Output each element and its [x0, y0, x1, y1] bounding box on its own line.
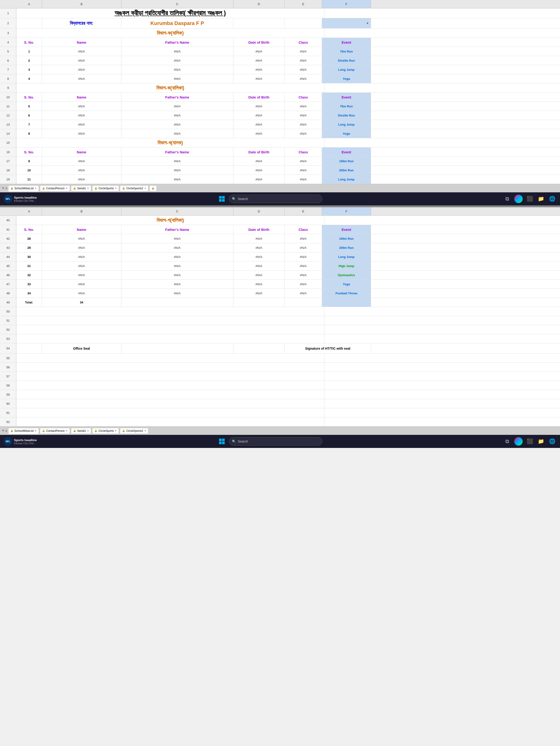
row-8: 8 4 #N/A #N/A #N/A #N/A Yoga [0, 74, 560, 83]
windows-start-button-top[interactable] [218, 195, 226, 203]
col-header-d: D [233, 0, 285, 8]
row-56: 56 [0, 363, 560, 372]
tab-dropdown-3[interactable]: ▼ [87, 187, 89, 190]
teams-icon-bottom[interactable]: ⬛ [526, 437, 534, 446]
tab-label-5: CircleSports2 [126, 187, 143, 190]
row-59: 59 [0, 390, 560, 399]
row2-e [285, 18, 322, 28]
lock-icon-4: 🔒 [94, 187, 97, 190]
search-text-top: Search [238, 197, 248, 201]
col-header-b2: B [42, 207, 121, 216]
taskbar-search-top[interactable]: 🔍 Search [229, 195, 322, 203]
taskview-icon-bottom[interactable]: ⧉ [503, 437, 511, 446]
sports-text-top: Sports headline Kansas City Chie... [14, 196, 37, 202]
tab-dropdown-b4[interactable]: ▼ [115, 429, 117, 432]
col-header-e2: E [285, 207, 322, 216]
tab-dropdown-4[interactable]: ▼ [115, 187, 117, 190]
edge-icon-bottom[interactable]: 🌐 [548, 437, 556, 446]
lock-icon-1: 🔒 [10, 187, 13, 190]
tab-contactperson-bottom[interactable]: 🔒 ContactPerson ▼ [40, 428, 70, 434]
column-header-row: A B C D E F [0, 0, 560, 8]
tab-serial1[interactable]: 🔒 Serial1 ▼ [71, 185, 91, 192]
col-header-f2: F [322, 207, 371, 216]
taskview-icon-top[interactable]: ⧉ [503, 195, 511, 203]
folder-icon-bottom[interactable]: 📁 [537, 437, 545, 446]
row-54: 54 Office Seal Signature of HT/TIC with … [0, 343, 560, 354]
tab-menu-button-bottom[interactable]: ≡ [5, 429, 7, 433]
row-48: 48 34 #N/A #N/A #N/A #N/A Football Throw [0, 289, 560, 298]
row-4: 4 S. No. Name Father's Name Date of Birt… [0, 38, 560, 47]
row-46: 46 32 #N/A #N/A #N/A #N/A Gymnastics [0, 270, 560, 280]
svg-rect-7 [222, 441, 225, 444]
col4-a: S. No. [16, 38, 42, 47]
tab-circlesports[interactable]: 🔒 CircleSports ▼ [92, 185, 119, 192]
lock-icon-b3: 🔒 [73, 429, 76, 432]
nfl-logo-top: NFL [4, 195, 12, 203]
tab-dropdown-b1[interactable]: ▼ [34, 429, 37, 432]
school-label: বিদ্যালয়ের নাম: [42, 18, 121, 28]
col4-b: Name [42, 38, 121, 47]
row-17: 17 9 #N/A #N/A #N/A #N/A 100m Run [0, 156, 560, 166]
tab-dropdown-b2[interactable]: ▼ [65, 429, 68, 432]
row-2: 2 বিদ্যালয়ের নাম: Kurumba Daspara F P ▼ [0, 18, 560, 28]
row-42: 42 28 #N/A #N/A #N/A #N/A 100m Run [0, 234, 560, 243]
row-13: 13 7 #N/A #N/A #N/A #N/A Long Jump [0, 120, 560, 129]
tab-lock-extra[interactable]: 🔒 [149, 185, 157, 192]
taskbar-search-bottom[interactable]: 🔍 Search [229, 437, 322, 446]
col-header-c: C [121, 0, 233, 8]
row-52: 52 [0, 325, 560, 334]
total-value: 34 [42, 298, 121, 307]
row-55: 55 [0, 354, 560, 363]
row-6: 6 2 #N/A #N/A #N/A #N/A Shuttle Run [0, 56, 560, 65]
row-10: 10 S. No. Name Father's Name Date of Bir… [0, 93, 560, 102]
section2-header: বিভাগ-ক(বালিকা) [16, 83, 324, 92]
col-header-c2: C [121, 207, 233, 216]
row2-f[interactable]: ▼ [322, 18, 371, 28]
teams-icon-top[interactable]: ⬛ [526, 195, 534, 203]
tab-label-b3: Serial1 [77, 429, 86, 432]
row-60: 60 [0, 399, 560, 408]
tab-circlesports-bottom[interactable]: 🔒 CircleSports ▼ [92, 428, 119, 434]
tab-dropdown-b5[interactable]: ▼ [144, 429, 146, 432]
lock-icon-b4: 🔒 [94, 429, 97, 432]
folder-icon-top[interactable]: 📁 [537, 195, 545, 203]
tab-label-b1: SchoolWiseList [14, 429, 34, 432]
row2-d [233, 18, 285, 28]
tab-dropdown-5[interactable]: ▼ [144, 187, 146, 190]
row-45: 45 31 #N/A #N/A #N/A #N/A High Jump [0, 261, 560, 270]
tab-dropdown-2[interactable]: ▼ [65, 187, 68, 190]
tab-label-1: SchoolWiseList [14, 187, 34, 190]
col4-d: Date of Birth [233, 38, 285, 47]
row-12: 12 6 #N/A #N/A #N/A #N/A Shuttle Run [0, 111, 560, 120]
col-header-a: A [16, 0, 42, 8]
tab-serial1-bottom[interactable]: 🔒 Serial1 ▼ [71, 428, 91, 434]
lock-icon-2: 🔒 [42, 187, 45, 190]
windows-start-button-bottom[interactable] [218, 437, 226, 446]
row-num-1: 1 [0, 8, 16, 18]
tab-dropdown-1[interactable]: ▼ [34, 187, 37, 190]
add-tab-button[interactable]: + [2, 186, 4, 191]
color-circle-bottom[interactable] [514, 437, 523, 446]
edge-icon-top[interactable]: 🌐 [548, 195, 556, 203]
tab-circlesports2[interactable]: 🔒 CircleSports2 ▼ [120, 185, 148, 192]
lock-icon-b1: 🔒 [10, 429, 13, 432]
tab-schoolwiselist[interactable]: 🔒 SchoolWiseList ▼ [8, 185, 39, 192]
row-18: 18 10 #N/A #N/A #N/A #N/A 200m Run [0, 166, 560, 175]
tab-menu-button[interactable]: ≡ [5, 186, 7, 190]
svg-rect-3 [222, 199, 225, 202]
tab-label-4: CircleSports [98, 187, 114, 190]
col4-e: Class [285, 38, 322, 47]
row-61: 61 [0, 408, 560, 418]
tab-schoolwiselist-bottom[interactable]: 🔒 SchoolWiseList ▼ [8, 428, 39, 434]
add-tab-button-bottom[interactable]: + [2, 428, 4, 433]
row-num-2: 2 [0, 18, 16, 28]
color-circle-top[interactable] [514, 195, 523, 203]
tab-dropdown-b3[interactable]: ▼ [87, 429, 89, 432]
tab-contactperson[interactable]: 🔒 ContactPerson ▼ [40, 185, 70, 192]
search-text-bottom: Search [238, 439, 248, 443]
tab-circlesports2-bottom[interactable]: 🔒 CircleSports2 ▼ [120, 428, 148, 434]
row-11: 11 5 #N/A #N/A #N/A #N/A 75m Run [0, 102, 560, 111]
tab-label-b2: ContactPerson [46, 429, 65, 432]
sports-headline-tag-top: NFL Sports headline Kansas City Chie... [4, 195, 37, 203]
col-header-e: E [285, 0, 322, 8]
